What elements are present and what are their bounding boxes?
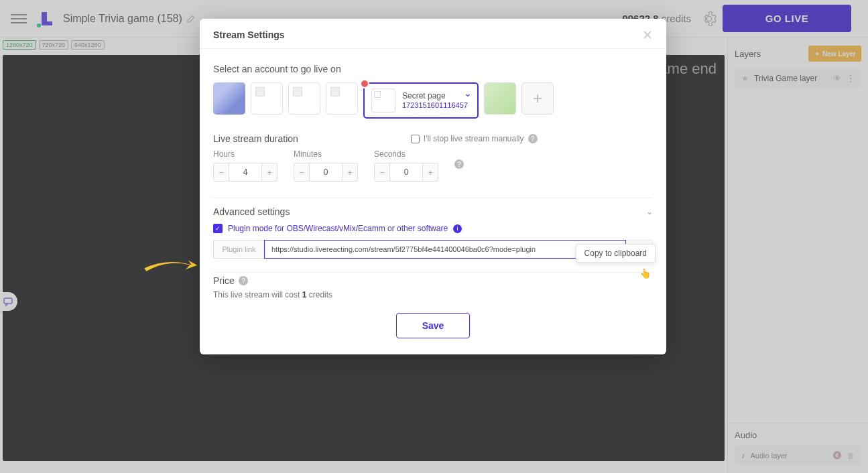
advanced-header[interactable]: Advanced settings ⌄ [213, 201, 653, 222]
hours-value[interactable]: 4 [229, 163, 261, 182]
advanced-title: Advanced settings [213, 206, 290, 217]
minutes-group: Minutes − 0 + [294, 149, 358, 182]
minutes-decrement[interactable]: − [294, 163, 310, 182]
seconds-value[interactable]: 0 [390, 163, 422, 182]
duration-header-row: Live stream duration I'll stop live stre… [213, 133, 653, 144]
minutes-label: Minutes [294, 149, 358, 159]
seconds-decrement[interactable]: − [374, 163, 390, 182]
account-thumb-6[interactable] [484, 82, 516, 115]
minutes-stepper: − 0 + [294, 163, 358, 182]
price-title: Price [213, 275, 235, 286]
help-icon[interactable]: ? [528, 134, 538, 143]
account-thumb-4[interactable] [326, 82, 358, 115]
modal-header: Stream Settings [200, 19, 666, 49]
chevron-down-icon[interactable]: ⌄ [646, 207, 653, 216]
seconds-stepper: − 0 + [374, 163, 438, 182]
callout-arrow [139, 253, 201, 280]
price-header: Price ? [213, 275, 653, 286]
notification-badge [360, 79, 369, 88]
divider [213, 272, 653, 273]
account-thumb-3[interactable] [288, 82, 320, 115]
account-picker: Secret page 1723151601116457 ⌄ + [213, 82, 653, 119]
hours-decrement[interactable]: − [213, 163, 229, 182]
modal-title: Stream Settings [213, 29, 642, 40]
close-icon[interactable] [642, 29, 653, 40]
divider [213, 198, 653, 198]
plugin-checkbox[interactable]: ✓ [213, 224, 223, 233]
plugin-label: Plugin mode for OBS/Wirecast/vMix/Ecamm … [228, 224, 448, 233]
modal-body: Select an account to go live on Secret p… [200, 49, 666, 338]
account-selected-text: Secret page 1723151601116457 [402, 91, 468, 110]
account-selected-thumb [371, 88, 395, 113]
plugin-link-label: Plugin link [213, 240, 264, 259]
seconds-increment[interactable]: + [422, 163, 438, 182]
stop-manual-checkbox[interactable]: I'll stop live stream manually ? [411, 134, 538, 143]
account-name: Secret page [402, 91, 468, 100]
copy-tooltip: Copy to clipboard [576, 244, 656, 263]
plugin-link-input[interactable] [264, 240, 626, 259]
cursor-pointer-icon: 👆 [639, 268, 651, 279]
seconds-group: Seconds − 0 + [374, 149, 438, 182]
hours-label: Hours [213, 149, 277, 159]
duration-inputs: Hours − 4 + Minutes − 0 + Seconds − [213, 149, 653, 182]
chevron-down-icon[interactable]: ⌄ [464, 88, 472, 98]
save-row: Save [213, 313, 653, 338]
select-account-label: Select an account to go live on [213, 64, 653, 74]
seconds-label: Seconds [374, 149, 438, 159]
price-help-icon[interactable]: ? [239, 276, 248, 285]
hours-increment[interactable]: + [261, 163, 277, 182]
account-id: 1723151601116457 [402, 101, 468, 110]
info-icon[interactable]: i [453, 224, 462, 233]
minutes-value[interactable]: 0 [310, 163, 342, 182]
account-thumb-1[interactable] [213, 82, 245, 115]
add-account-button[interactable]: + [521, 82, 554, 115]
account-selected[interactable]: Secret page 1723151601116457 ⌄ [363, 82, 479, 119]
stream-settings-modal: Stream Settings Select an account to go … [200, 19, 666, 354]
hours-group: Hours − 4 + [213, 149, 277, 182]
price-text: This live stream will cost 1 credits [213, 290, 653, 299]
duration-title: Live stream duration [213, 133, 298, 144]
hours-stepper: − 4 + [213, 163, 277, 182]
stop-manual-input[interactable] [411, 135, 420, 143]
plugin-mode-row[interactable]: ✓ Plugin mode for OBS/Wirecast/vMix/Ecam… [213, 224, 653, 233]
duration-help-icon[interactable]: ? [454, 159, 464, 169]
account-thumb-2[interactable] [251, 82, 283, 115]
minutes-increment[interactable]: + [342, 163, 358, 182]
save-button[interactable]: Save [396, 313, 471, 338]
